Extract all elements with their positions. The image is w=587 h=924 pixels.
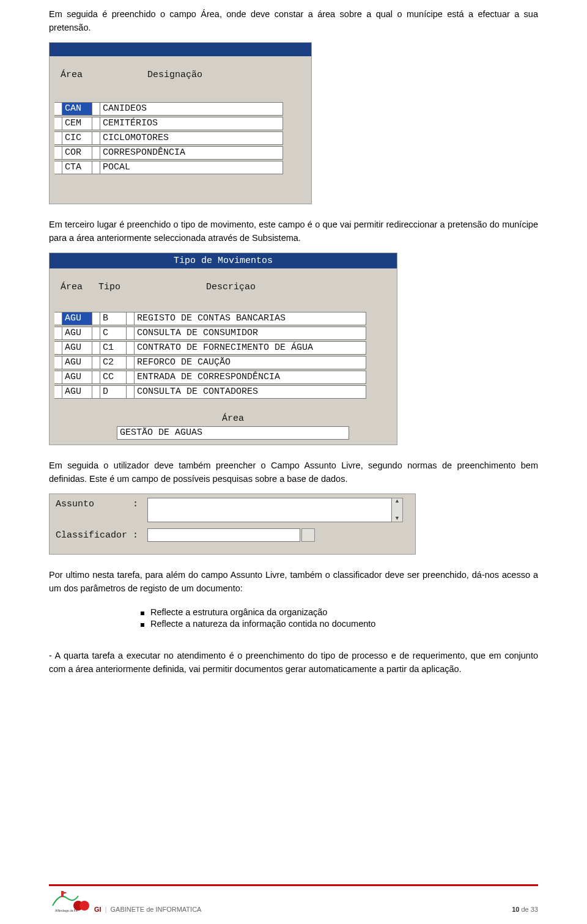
row-gutter <box>92 146 100 160</box>
row-gutter <box>127 327 134 340</box>
area-designation-cell[interactable]: CICLOMOTORES <box>100 131 283 145</box>
classificador-field[interactable] <box>147 528 300 542</box>
assunto-row: Assunto : ▲ ▼ <box>56 498 409 522</box>
row-gutter <box>92 102 100 116</box>
area-code-cell[interactable]: AGU <box>62 385 92 399</box>
table-row[interactable]: AGUBREGISTO DE CONTAS BANCARIAS <box>54 312 392 325</box>
tipo-movimentos-panel: Tipo de Movimentos Área Tipo Descriçao A… <box>49 253 397 445</box>
area-designation-cell[interactable]: CANIDEOS <box>100 102 283 116</box>
area-list-panel: Área Designação CANCANIDEOSCEMCEMITÉRIOS… <box>49 42 312 204</box>
area-designation-cell[interactable]: POCAL <box>100 161 283 174</box>
row-gutter <box>92 161 100 174</box>
body-paragraph: - A quarta tarefa a executar no atendime… <box>49 649 538 676</box>
body-paragraph: Por ultimo nesta tarefa, para além do ca… <box>49 568 538 596</box>
area-code-cell[interactable]: AGU <box>62 312 92 325</box>
tipo-code-cell[interactable]: D <box>100 385 127 399</box>
row-gutter <box>54 371 62 384</box>
grid-rows: CANCANIDEOSCEMCEMITÉRIOSCICCICLOMOTORESC… <box>50 102 311 179</box>
header-area: Área <box>61 70 98 80</box>
row-gutter <box>92 312 100 325</box>
tipo-code-cell[interactable]: B <box>100 312 127 325</box>
tipo-code-cell[interactable]: C <box>100 327 127 340</box>
list-item: Reflecte a natureza da informação contid… <box>141 619 538 629</box>
body-paragraph: Em terceiro lugar é preenchido o tipo de… <box>49 218 538 245</box>
table-row[interactable]: CANCANIDEOS <box>54 102 306 116</box>
chevron-down-icon: ▼ <box>396 516 399 522</box>
row-gutter <box>54 117 62 130</box>
tipo-code-cell[interactable]: C1 <box>100 341 127 355</box>
area-code-cell[interactable]: AGU <box>62 327 92 340</box>
sub-area-label: Área <box>117 413 349 424</box>
header-designacao: Designação <box>147 70 221 80</box>
row-gutter <box>54 312 62 325</box>
row-gutter <box>54 102 62 116</box>
footer-gi: GI <box>94 906 102 913</box>
row-gutter <box>54 356 62 369</box>
bullet-list: Reflecte a estrutura orgânica da organiz… <box>49 603 538 637</box>
table-row[interactable]: AGUC1CONTRATO DE FORNECIMENTO DE ÁGUA <box>54 341 392 355</box>
tipo-code-cell[interactable]: C2 <box>100 356 127 369</box>
municipality-logo-icon: Alfândega da Fé <box>49 887 92 913</box>
area-code-cell[interactable]: CTA <box>62 161 92 174</box>
table-row[interactable]: AGUC2REFORCO DE CAUÇÃO <box>54 356 392 369</box>
row-gutter <box>54 327 62 340</box>
page-footer: Alfândega da Fé GI | GABINETE de INFORMA… <box>49 884 538 913</box>
area-code-cell[interactable]: AGU <box>62 341 92 355</box>
row-gutter <box>54 146 62 160</box>
body-paragraph: Em seguida é preenchido o campo Área, on… <box>49 7 538 35</box>
svg-text:Alfândega da Fé: Alfândega da Fé <box>55 909 78 912</box>
table-row[interactable]: CICCICLOMOTORES <box>54 131 306 145</box>
row-gutter <box>54 341 62 355</box>
area-designation-cell[interactable]: CORRESPONDÊNCIA <box>100 146 283 160</box>
classificador-lookup-button[interactable] <box>301 528 315 542</box>
area-code-cell[interactable]: CIC <box>62 131 92 145</box>
table-row[interactable]: CEMCEMITÉRIOS <box>54 117 306 130</box>
assunto-textarea[interactable] <box>147 498 392 522</box>
grid-rows: AGUBREGISTO DE CONTAS BANCARIASAGUCCONSU… <box>50 312 397 404</box>
grid-header-row: Área Designação <box>50 56 311 85</box>
bullet-icon <box>141 612 144 615</box>
area-code-cell[interactable]: CAN <box>62 102 92 116</box>
row-gutter <box>92 131 100 145</box>
descricao-cell[interactable]: ENTRADA DE CORRESPONDÊNCIA <box>134 371 366 384</box>
footer-text: GI | GABINETE de INFORMATICA <box>94 906 201 913</box>
area-code-cell[interactable]: CEM <box>62 117 92 130</box>
row-gutter <box>92 327 100 340</box>
table-row[interactable]: CORCORRESPONDÊNCIA <box>54 146 306 160</box>
row-gutter <box>127 341 134 355</box>
area-code-cell[interactable]: AGU <box>62 356 92 369</box>
assunto-classificador-panel: Assunto : ▲ ▼ Classificador : <box>49 493 416 555</box>
table-row[interactable]: AGUCCENTRADA DE CORRESPONDÊNCIA <box>54 371 392 384</box>
row-gutter <box>54 161 62 174</box>
descricao-cell[interactable]: CONSULTA DE CONTADORES <box>134 385 366 399</box>
row-gutter <box>92 385 100 399</box>
table-row[interactable]: CTAPOCAL <box>54 161 306 174</box>
table-row[interactable]: AGUCCONSULTA DE CONSUMIDOR <box>54 327 392 340</box>
row-gutter <box>127 385 134 399</box>
footer-dept: GABINETE de INFORMATICA <box>110 906 201 913</box>
header-area: Área <box>61 282 98 292</box>
list-item: Reflecte a estrutura orgânica da organiz… <box>141 607 538 617</box>
descricao-cell[interactable]: CONTRATO DE FORNECIMENTO DE ÁGUA <box>134 341 366 355</box>
assunto-label: Assunto : <box>56 498 147 509</box>
row-gutter <box>54 385 62 399</box>
page-number: 10 de 33 <box>512 906 538 913</box>
chevron-up-icon: ▲ <box>396 498 399 505</box>
descricao-cell[interactable]: REGISTO DE CONTAS BANCARIAS <box>134 312 366 325</box>
header-tipo: Tipo <box>98 282 133 292</box>
area-designation-cell[interactable]: CEMITÉRIOS <box>100 117 283 130</box>
footer-rule <box>49 884 538 886</box>
descricao-cell[interactable]: CONSULTA DE CONSUMIDOR <box>134 327 366 340</box>
row-gutter <box>54 131 62 145</box>
bullet-icon <box>141 623 144 627</box>
table-row[interactable]: AGUDCONSULTA DE CONTADORES <box>54 385 392 399</box>
area-code-cell[interactable]: AGU <box>62 371 92 384</box>
sub-area-field[interactable]: GESTÃO DE AGUAS <box>117 426 349 440</box>
row-gutter <box>127 356 134 369</box>
scrollbar[interactable]: ▲ ▼ <box>392 498 403 522</box>
row-gutter <box>127 371 134 384</box>
panel-sub-area: Área GESTÃO DE AGUAS <box>50 404 397 445</box>
tipo-code-cell[interactable]: CC <box>100 371 127 384</box>
descricao-cell[interactable]: REFORCO DE CAUÇÃO <box>134 356 366 369</box>
area-code-cell[interactable]: COR <box>62 146 92 160</box>
